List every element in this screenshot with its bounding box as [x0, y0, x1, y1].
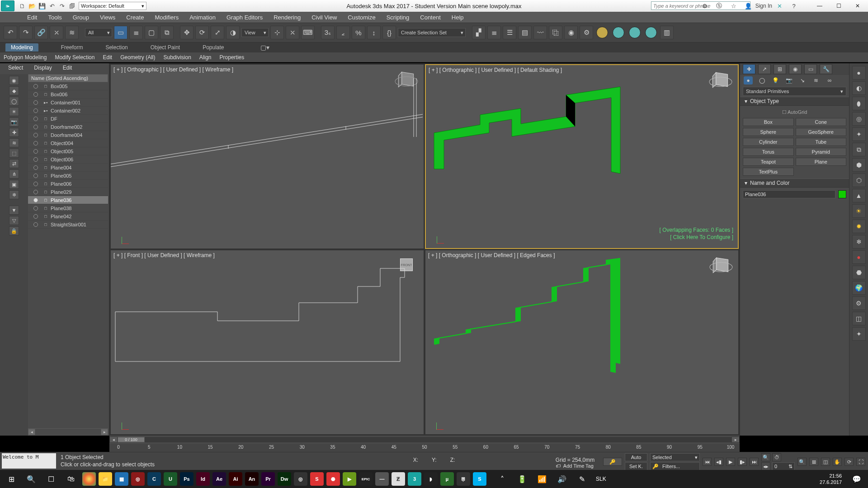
- list-item[interactable]: □Plane004: [28, 164, 108, 172]
- select-object-button[interactable]: ▭: [114, 26, 127, 39]
- transform-typein[interactable]: X: Y: Z:: [413, 457, 455, 463]
- menu-animation[interactable]: Animation: [189, 14, 216, 21]
- photoshop-icon[interactable]: Ps: [180, 472, 193, 486]
- ribbon-minimize-icon[interactable]: ▢▾: [260, 44, 269, 51]
- render-production-button[interactable]: ▥: [660, 26, 674, 39]
- menu-create[interactable]: Create: [126, 14, 144, 21]
- vt-btn-12-icon[interactable]: ❄: [852, 235, 866, 249]
- coord-y[interactable]: Y:: [432, 457, 437, 463]
- tray-lang-label[interactable]: SLK: [596, 476, 606, 482]
- ribbon-tab-freeform[interactable]: Freeform: [61, 44, 83, 51]
- menu-help[interactable]: Help: [452, 14, 464, 21]
- next-frame-button[interactable]: ▮▸: [738, 458, 747, 466]
- display-geometry-icon[interactable]: ◆: [9, 86, 19, 95]
- aftereffects-icon[interactable]: Ae: [212, 472, 226, 486]
- list-item[interactable]: □Box006: [28, 90, 108, 99]
- filter-all-icon[interactable]: ▽: [9, 216, 19, 225]
- redo-button[interactable]: ↷: [19, 26, 33, 39]
- tray-battery-icon[interactable]: 🔋: [514, 471, 531, 487]
- primitive-box-button[interactable]: Box: [743, 118, 794, 126]
- angle-snap-button[interactable]: ⦟: [336, 26, 350, 39]
- move-button[interactable]: ✥: [180, 26, 193, 39]
- dreamweaver-icon[interactable]: Dw: [278, 472, 291, 486]
- set-key-button[interactable]: Set K.: [625, 462, 647, 470]
- app-icon-2[interactable]: ◎: [131, 472, 145, 486]
- vp-nav-zoom-icon[interactable]: 🔍: [797, 458, 807, 466]
- vp-nav-pan-icon[interactable]: ✋: [833, 458, 842, 466]
- vt-btn-6-icon[interactable]: ⧉: [852, 143, 866, 156]
- hierarchy-tab-icon[interactable]: ⊞: [774, 64, 786, 74]
- display-bones-icon[interactable]: ⋔: [9, 169, 19, 178]
- goto-start-button[interactable]: ⏮: [703, 458, 712, 466]
- vp-nav-fov-icon[interactable]: ◫: [821, 458, 830, 466]
- select-region-rect-button[interactable]: ▢: [145, 26, 158, 39]
- current-frame-input[interactable]: 0⇅: [772, 462, 795, 470]
- visibility-toggle-icon[interactable]: [33, 100, 38, 105]
- teapot-render-icon[interactable]: [596, 27, 608, 38]
- epic-icon[interactable]: EPIC: [359, 472, 373, 486]
- time-config-icon[interactable]: ⏱: [772, 453, 781, 461]
- coord-z[interactable]: Z:: [450, 457, 455, 463]
- ribbon-sub-subdivide[interactable]: Subdivision: [163, 54, 191, 61]
- visibility-toggle-icon[interactable]: [33, 165, 38, 170]
- rollout-object-type[interactable]: ▾ Object Type: [740, 97, 849, 106]
- app-icon[interactable]: 3▸: [1, 0, 14, 11]
- app-icon-1[interactable]: ▦: [115, 472, 128, 486]
- vt-btn-2-icon[interactable]: ◐: [852, 81, 866, 95]
- schematic-view-button[interactable]: ⿻: [549, 26, 562, 39]
- utorrent-icon[interactable]: µ: [440, 472, 454, 486]
- menu-customize[interactable]: Customize: [348, 14, 375, 21]
- add-time-tag-button[interactable]: 🏷 Add Time Tag: [556, 463, 594, 469]
- play-button[interactable]: ▶: [726, 458, 735, 466]
- visibility-toggle-icon[interactable]: [33, 157, 38, 162]
- display-cameras-icon[interactable]: 📷: [9, 117, 19, 127]
- list-item[interactable]: □Object005: [28, 147, 108, 155]
- vp-nav-maximize-icon[interactable]: ⛶: [856, 458, 865, 466]
- menu-content[interactable]: Content: [420, 14, 441, 21]
- xview-overlay[interactable]: [ Overlapping Faces: 0 Faces ] [ Click H…: [660, 226, 733, 241]
- select-by-name-button[interactable]: ≣: [129, 26, 143, 39]
- primitive-sphere-button[interactable]: Sphere: [743, 128, 794, 136]
- menu-grapheditors[interactable]: Graph Editors: [226, 14, 263, 21]
- helpers-subtab-icon[interactable]: ↘: [798, 76, 807, 84]
- lights-subtab-icon[interactable]: 💡: [771, 76, 780, 84]
- scroll-left-icon[interactable]: ◂: [28, 429, 35, 435]
- display-helpers-icon[interactable]: ✚: [9, 128, 19, 137]
- display-frozen-icon[interactable]: ❄: [9, 190, 19, 199]
- display-tab-icon[interactable]: ▭: [804, 64, 817, 74]
- scale-button[interactable]: ⤢: [211, 26, 224, 39]
- app-icon-9[interactable]: ◗: [424, 472, 438, 486]
- vt-btn-11-icon[interactable]: ✹: [852, 220, 866, 233]
- object-color-swatch[interactable]: [838, 190, 846, 198]
- vt-btn-7-icon[interactable]: ⬢: [852, 158, 866, 172]
- qat-new-icon[interactable]: 🗋: [17, 1, 27, 10]
- vt-btn-5-icon[interactable]: ✦: [852, 127, 866, 141]
- vt-btn-8-icon[interactable]: ⬡: [852, 174, 866, 187]
- app-icon-5[interactable]: S: [310, 472, 324, 486]
- vp-nav-zoomall-icon[interactable]: ⊞: [809, 458, 818, 466]
- signin-label[interactable]: Sign In: [755, 1, 772, 11]
- visibility-toggle-icon[interactable]: [33, 182, 38, 186]
- time-slider-thumb[interactable]: 0 / 100: [118, 437, 145, 442]
- list-item[interactable]: □Plane036: [28, 196, 108, 204]
- visibility-toggle-icon[interactable]: [33, 108, 38, 113]
- vt-btn-17-icon[interactable]: ◫: [852, 312, 866, 325]
- display-containers-icon[interactable]: ▣: [9, 180, 19, 189]
- vt-btn-16-icon[interactable]: ⚙: [852, 296, 866, 310]
- systems-subtab-icon[interactable]: ∞: [825, 76, 834, 84]
- manipulate-button[interactable]: ⤬: [286, 26, 299, 39]
- app-icon-7[interactable]: ▶: [343, 472, 356, 486]
- toggle-ribbon-button[interactable]: ▤: [518, 26, 532, 39]
- vt-btn-9-icon[interactable]: ▲: [852, 189, 866, 202]
- list-item[interactable]: □Plane038: [28, 204, 108, 212]
- tray-chevron-icon[interactable]: ˄: [494, 471, 511, 487]
- signin-icon[interactable]: 👤: [741, 1, 755, 11]
- ribbon-sub-modifysel[interactable]: Modify Selection: [55, 54, 94, 61]
- material-editor-button[interactable]: ◉: [564, 26, 578, 39]
- teapot-render4-icon[interactable]: [645, 27, 657, 38]
- menu-views[interactable]: Views: [100, 14, 115, 21]
- primitive-cylinder-button[interactable]: Cylinder: [743, 138, 794, 146]
- start-button-icon[interactable]: ⊞: [3, 471, 20, 487]
- time-slider[interactable]: ◂ 0 / 100 ▸: [109, 436, 740, 444]
- ribbon-sub-edit[interactable]: Edit: [103, 54, 112, 61]
